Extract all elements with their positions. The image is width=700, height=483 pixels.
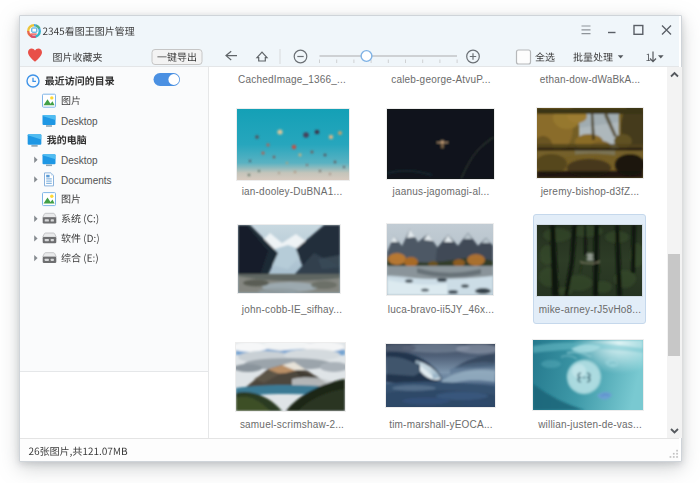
svg-text:Desktop: Desktop [61,116,98,127]
svg-text:Documents: Documents [61,175,112,186]
svg-text:Desktop: Desktop [61,155,98,166]
